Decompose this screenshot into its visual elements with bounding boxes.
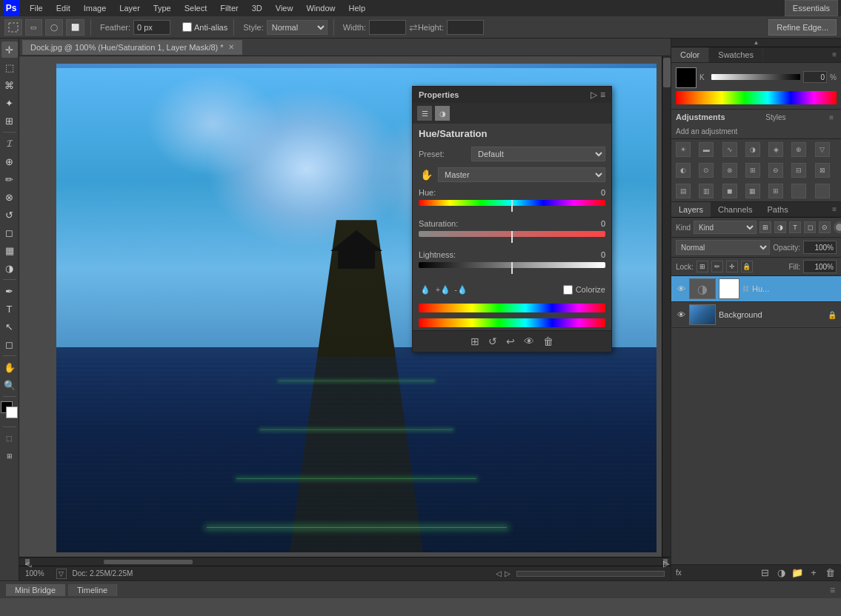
essentials-button[interactable]: Essentials	[785, 0, 838, 16]
adj-solid-color[interactable]: ◼	[722, 184, 737, 198]
quick-select-tool[interactable]: ✦	[1, 95, 18, 111]
layers-kind-select[interactable]: Kind Name Effect Mode Attribute Color Sm…	[694, 221, 757, 234]
lock-transparent-btn[interactable]: ⊞	[697, 261, 708, 272]
new-fill-adj-btn[interactable]: ◑	[774, 567, 788, 578]
lock-move-btn[interactable]: ✛	[726, 261, 738, 272]
menu-type[interactable]: Type	[147, 2, 177, 14]
canvas-viewport[interactable]: Properties ▷ ≡ ☰ ◑ Hue/Saturation	[19, 56, 671, 557]
menu-help[interactable]: Help	[343, 2, 372, 14]
k-slider-track[interactable]	[711, 74, 800, 80]
rect-marquee-btn[interactable]: ▭	[25, 19, 42, 36]
color-spectrum-bar[interactable]	[676, 91, 837, 104]
eyedropper-tool[interactable]: 𝓘	[1, 135, 18, 152]
opacity-input[interactable]	[803, 241, 837, 254]
adj-gradient[interactable]: ▦	[745, 184, 760, 198]
eraser-tool[interactable]: ◻	[1, 224, 18, 241]
status-settings-btn[interactable]: ▽	[56, 569, 67, 579]
adj-channel-mixer[interactable]: ⊗	[722, 163, 737, 178]
marquee-tool-btn[interactable]	[4, 19, 22, 36]
fill-input[interactable]	[803, 260, 837, 273]
tab-swatches[interactable]: Swatches	[709, 47, 763, 62]
anti-alias-checkbox[interactable]	[182, 22, 192, 32]
adj-hue-sat[interactable]: ⊕	[791, 142, 806, 157]
timeline-tab[interactable]: Timeline	[68, 584, 117, 596]
tab-layers[interactable]: Layers	[671, 202, 711, 217]
filter-shape-icon[interactable]: ◻	[804, 221, 816, 233]
lasso-tool[interactable]: ⌘	[1, 77, 18, 93]
zoom-tool[interactable]: 🔍	[1, 377, 18, 393]
k-value-input[interactable]	[803, 71, 827, 83]
single-row-btn[interactable]: ⬜	[66, 19, 84, 36]
colorize-label[interactable]: Colorize	[563, 285, 605, 295]
layer-hue-saturation[interactable]: 👁 ◑ ⛓ Hu...	[671, 276, 841, 302]
dodge-tool[interactable]: ◑	[1, 260, 18, 276]
screen-mode-btn[interactable]: ⊞	[1, 448, 18, 464]
brush-tool[interactable]: ✏	[1, 171, 18, 187]
previous-state-btn[interactable]: ↺	[488, 335, 497, 347]
filter-type-icon[interactable]: T	[789, 221, 801, 233]
properties-titlebar[interactable]: Properties ▷ ≡	[413, 87, 611, 103]
background-color[interactable]	[6, 406, 18, 418]
menu-select[interactable]: Select	[179, 2, 213, 14]
adj-exposure[interactable]: ◑	[745, 142, 760, 157]
marquee-select-tool[interactable]: ⬚	[1, 59, 18, 76]
layers-options-btn[interactable]: ≡	[828, 202, 841, 217]
height-input[interactable]	[447, 20, 484, 35]
canvas-vscroll-thumb[interactable]	[663, 58, 671, 87]
adj-vibrance[interactable]: ◈	[768, 142, 783, 157]
eyedropper-minus-icon[interactable]: -💧	[454, 283, 468, 296]
tab-close-btn[interactable]: ✕	[228, 43, 234, 51]
new-layer-btn[interactable]: +	[807, 567, 820, 578]
feather-input[interactable]	[133, 20, 170, 35]
visibility-btn[interactable]: 👁	[524, 335, 534, 347]
clone-tool[interactable]: ⊗	[1, 189, 18, 205]
hscroll-track[interactable]	[30, 559, 663, 565]
menu-window[interactable]: Window	[300, 2, 341, 14]
adj-curves[interactable]: ∿	[722, 142, 737, 157]
adj-color-lookup[interactable]: ⊞	[745, 163, 760, 178]
menu-3d[interactable]: 3D	[246, 2, 268, 14]
menu-filter[interactable]: Filter	[214, 2, 244, 14]
delete-layer-btn[interactable]: 🗑	[823, 567, 837, 578]
gradient-tool[interactable]: ▦	[1, 242, 18, 258]
history-brush-tool[interactable]: ↺	[1, 207, 18, 223]
layer-vis-hue[interactable]: 👁	[676, 284, 686, 294]
hscroll-thumb[interactable]	[104, 560, 193, 564]
fx-label[interactable]: fx	[676, 569, 682, 577]
quick-mask-btn[interactable]: ⬚	[1, 430, 18, 446]
filter-toggle[interactable]	[834, 221, 841, 233]
adj-gradient-map[interactable]: ▤	[676, 184, 691, 198]
color-preview-swatch[interactable]	[676, 67, 697, 88]
layers-list[interactable]: 👁 ◑ ⛓ Hu... 👁 Background 🔒	[671, 276, 841, 564]
add-mask-btn[interactable]: ⊟	[758, 567, 771, 578]
delete-adjustment-btn[interactable]: 🗑	[543, 335, 554, 347]
mini-bridge-tab[interactable]: Mini Bridge	[6, 584, 65, 596]
hand-tool[interactable]: ✋	[1, 359, 18, 375]
hand-icon[interactable]: ✋	[419, 167, 433, 182]
prop-tab-adjustment[interactable]: ◑	[435, 106, 450, 121]
prop-tab-list[interactable]: ☰	[417, 106, 432, 121]
adj-levels[interactable]: ▬	[699, 142, 714, 157]
tab-channels[interactable]: Channels	[711, 202, 759, 217]
preset-select[interactable]: Default Cyanotype Increase Saturation	[471, 147, 605, 161]
text-tool[interactable]: T	[1, 301, 18, 317]
layer-background[interactable]: 👁 Background 🔒	[671, 302, 841, 328]
clip-to-layer-btn[interactable]: ⊞	[471, 335, 479, 347]
panel-options-btn[interactable]: ≡	[828, 47, 841, 62]
menu-image[interactable]: Image	[78, 2, 113, 14]
ellipse-marquee-btn[interactable]: ◯	[45, 19, 63, 36]
adj-brightness[interactable]: ☀	[676, 142, 691, 157]
filter-adj-icon[interactable]: ◑	[774, 221, 786, 233]
properties-menu-btn[interactable]: ≡	[600, 90, 605, 100]
move-tool[interactable]: ✛	[1, 41, 18, 58]
properties-expand-btn[interactable]: ▷	[591, 90, 597, 100]
tab-paths[interactable]: Paths	[760, 202, 796, 217]
filter-smart-icon[interactable]: ⊙	[819, 221, 831, 233]
colorize-checkbox[interactable]	[563, 285, 573, 295]
anti-alias-checkbox-label[interactable]: Anti-alias	[182, 22, 227, 32]
channel-select[interactable]: Master Reds Greens Blues Cyans Magentas …	[438, 167, 605, 182]
playback-prev[interactable]: ◁	[496, 569, 502, 578]
scroll-right-btn[interactable]: ▷	[663, 559, 668, 565]
adj-options-btn[interactable]: ≡	[826, 113, 837, 121]
crop-tool[interactable]: ⊞	[1, 113, 18, 129]
